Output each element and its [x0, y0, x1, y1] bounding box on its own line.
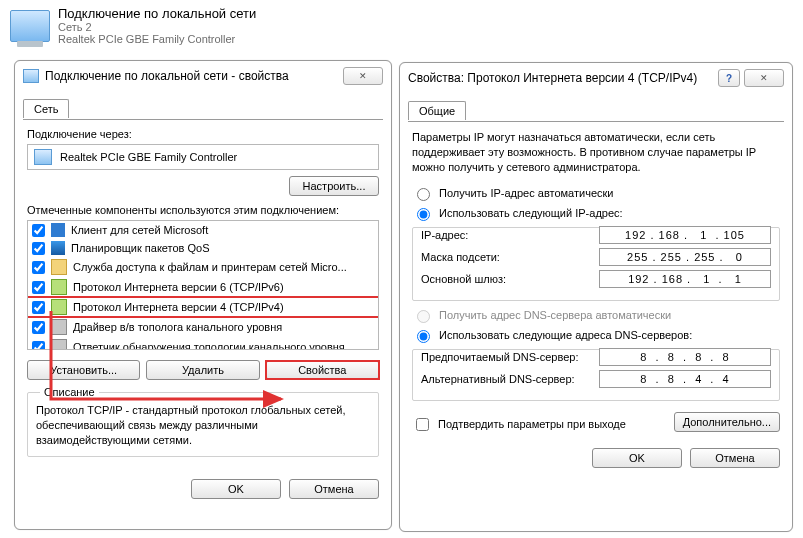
adapter-box: Realtek PCIe GBE Family Controller — [27, 144, 379, 170]
client-icon — [51, 223, 65, 237]
components-list[interactable]: Клиент для сетей Microsoft Планировщик п… — [27, 220, 379, 350]
radio[interactable] — [417, 188, 430, 201]
checkbox[interactable] — [32, 321, 45, 334]
advanced-button[interactable]: Дополнительно... — [674, 412, 780, 432]
list-item-ipv4[interactable]: Протокол Интернета версии 4 (TCP/IPv4) — [28, 297, 378, 317]
scheduler-icon — [51, 241, 65, 255]
list-item[interactable]: Клиент для сетей Microsoft — [28, 221, 378, 239]
mask-input[interactable] — [599, 248, 771, 266]
install-button[interactable]: Установить... — [27, 360, 140, 380]
list-item-label: Клиент для сетей Microsoft — [71, 224, 208, 236]
ipv4-properties-dialog: Свойства: Протокол Интернета версии 4 (T… — [399, 62, 793, 532]
radio[interactable] — [417, 208, 430, 221]
cancel-button[interactable]: Отмена — [289, 479, 379, 499]
radio-label: Получить IP-адрес автоматически — [439, 187, 613, 199]
properties-button[interactable]: Свойства — [266, 360, 379, 380]
radio-label: Получить адрес DNS-сервера автоматически — [439, 309, 671, 321]
list-item-label: Драйвер в/в тополога канального уровня — [73, 321, 282, 333]
list-item[interactable]: Ответчик обнаружения топологии канальног… — [28, 337, 378, 350]
list-item[interactable]: Драйвер в/в тополога канального уровня — [28, 317, 378, 337]
radio-static-ip[interactable]: Использовать следующий IP-адрес: — [412, 205, 780, 221]
checkbox[interactable] — [32, 242, 45, 255]
protocol-icon — [51, 279, 67, 295]
list-item-label: Протокол Интернета версии 4 (TCP/IPv4) — [73, 301, 284, 313]
confirm-on-exit-label: Подтвердить параметры при выходе — [438, 418, 626, 430]
dns1-input[interactable] — [599, 348, 771, 366]
ip-label: IP-адрес: — [421, 229, 599, 241]
close-icon[interactable] — [343, 67, 383, 85]
checkbox[interactable] — [32, 341, 45, 351]
checkbox[interactable] — [32, 281, 45, 294]
share-icon — [51, 259, 67, 275]
list-item-label: Планировщик пакетов QoS — [71, 242, 210, 254]
mask-label: Маска подсети: — [421, 251, 599, 263]
checkbox[interactable] — [32, 301, 45, 314]
ok-button[interactable]: OK — [191, 479, 281, 499]
description-text: Протокол TCP/IP - стандартный протокол г… — [36, 403, 370, 448]
responder-icon — [51, 339, 67, 350]
description-title: Описание — [40, 386, 99, 398]
radio-auto-ip[interactable]: Получить IP-адрес автоматически — [412, 185, 780, 201]
ok-button[interactable]: OK — [592, 448, 682, 468]
list-item[interactable]: Протокол Интернета версии 6 (TCP/IPv6) — [28, 277, 378, 297]
dialog-title: Свойства: Протокол Интернета версии 4 (T… — [408, 71, 697, 85]
radio-label: Использовать следующий IP-адрес: — [439, 207, 623, 219]
dns2-label: Альтернативный DNS-сервер: — [421, 373, 599, 385]
connection-title: Подключение по локальной сети — [58, 6, 256, 21]
radio-static-dns[interactable]: Использовать следующие адреса DNS-сервер… — [412, 327, 780, 343]
checkbox[interactable] — [32, 224, 45, 237]
driver-icon — [51, 319, 67, 335]
nic-icon — [23, 69, 39, 83]
connection-adapter: Realtek PCIe GBE Family Controller — [58, 33, 256, 45]
ip-input[interactable] — [599, 226, 771, 244]
connection-properties-dialog: Подключение по локальной сети - свойства… — [14, 60, 392, 530]
cancel-button[interactable]: Отмена — [690, 448, 780, 468]
radio-label: Использовать следующие адреса DNS-сервер… — [439, 329, 692, 341]
intro-text: Параметры IP могут назначаться автоматич… — [412, 130, 780, 175]
remove-button[interactable]: Удалить — [146, 360, 259, 380]
radio — [417, 310, 430, 323]
gateway-input[interactable] — [599, 270, 771, 288]
list-item[interactable]: Планировщик пакетов QoS — [28, 239, 378, 257]
nic-icon — [34, 149, 52, 165]
tab-network[interactable]: Сеть — [23, 99, 69, 118]
monitor-icon — [10, 10, 50, 42]
radio[interactable] — [417, 330, 430, 343]
confirm-on-exit-checkbox[interactable] — [416, 418, 429, 431]
dialog-title: Подключение по локальной сети - свойства — [45, 69, 289, 83]
list-item-label: Служба доступа к файлам и принтерам сете… — [73, 261, 347, 273]
tab-general[interactable]: Общие — [408, 101, 466, 120]
gateway-label: Основной шлюз: — [421, 273, 599, 285]
connection-network: Сеть 2 — [58, 21, 256, 33]
help-icon[interactable] — [718, 69, 740, 87]
list-item-label: Протокол Интернета версии 6 (TCP/IPv6) — [73, 281, 284, 293]
components-label: Отмеченные компоненты используются этим … — [27, 204, 379, 216]
titlebar: Свойства: Протокол Интернета версии 4 (T… — [400, 63, 792, 94]
dns1-label: Предпочитаемый DNS-сервер: — [421, 351, 599, 363]
configure-button[interactable]: Настроить... — [289, 176, 379, 196]
checkbox[interactable] — [32, 261, 45, 274]
connect-via-label: Подключение через: — [27, 128, 379, 140]
list-item-label: Ответчик обнаружения топологии канальног… — [73, 341, 345, 350]
dns2-input[interactable] — [599, 370, 771, 388]
list-item[interactable]: Служба доступа к файлам и принтерам сете… — [28, 257, 378, 277]
adapter-name: Realtek PCIe GBE Family Controller — [60, 151, 237, 163]
protocol-icon — [51, 299, 67, 315]
radio-auto-dns: Получить адрес DNS-сервера автоматически — [412, 307, 780, 323]
titlebar: Подключение по локальной сети - свойства — [15, 61, 391, 92]
close-icon[interactable] — [744, 69, 784, 87]
connection-header: Подключение по локальной сети Сеть 2 Rea… — [0, 0, 803, 51]
